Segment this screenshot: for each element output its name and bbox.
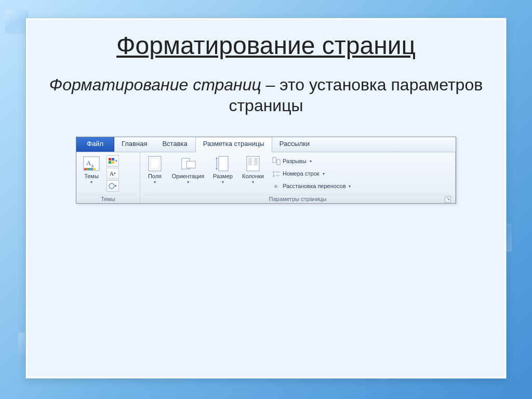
svg-rect-4 bbox=[87, 168, 90, 170]
line-numbers-label: Номера строк bbox=[283, 170, 320, 177]
dropdown-arrow-icon: ▾ bbox=[154, 180, 156, 184]
theme-colors-button[interactable]: ▾ bbox=[107, 155, 119, 167]
slide-background: Форматирование страниц Форматирование ст… bbox=[0, 0, 532, 399]
svg-rect-29 bbox=[273, 157, 276, 163]
ribbon-body: A a Темы ▾ bbox=[76, 152, 456, 203]
group-themes-label: Темы bbox=[79, 195, 137, 203]
size-icon bbox=[215, 155, 231, 172]
group-themes: A a Темы ▾ bbox=[76, 152, 140, 203]
orientation-button-label: Ориентация bbox=[172, 174, 204, 180]
hyphenation-button[interactable]: a- Расстановка переносов ▾ bbox=[270, 180, 353, 192]
breaks-label: Разрывы bbox=[283, 158, 307, 164]
themes-aux-buttons: ▾ A▾ ▾ bbox=[107, 154, 119, 192]
orientation-icon bbox=[180, 155, 196, 172]
hyphenation-icon: a- bbox=[272, 182, 281, 190]
svg-point-11 bbox=[109, 183, 114, 189]
ribbon-tabs: Файл Главная Вставка Разметка страницы Р… bbox=[76, 137, 456, 152]
svg-text:A: A bbox=[86, 159, 91, 167]
group-page-setup-label-text: Параметры страницы bbox=[269, 196, 327, 202]
size-button-label: Размер bbox=[213, 174, 233, 180]
svg-rect-7 bbox=[109, 158, 111, 161]
definition-term: Форматирование страниц bbox=[49, 75, 261, 94]
tab-mailings[interactable]: Рассылки bbox=[272, 137, 317, 152]
svg-rect-30 bbox=[277, 159, 280, 165]
svg-rect-16 bbox=[219, 156, 228, 171]
theme-effects-button[interactable]: ▾ bbox=[107, 180, 119, 192]
tab-home[interactable]: Главная bbox=[114, 137, 155, 152]
page-setup-small-commands: Разрывы ▾ 12 Номера строк ▾ bbox=[270, 154, 353, 192]
themes-button[interactable]: A a Темы ▾ bbox=[79, 154, 103, 184]
svg-rect-6 bbox=[93, 168, 96, 170]
dropdown-arrow-icon: ▾ bbox=[310, 159, 312, 164]
breaks-button[interactable]: Разрывы ▾ bbox=[270, 155, 353, 167]
slide-title: Форматирование страниц bbox=[43, 31, 489, 60]
svg-rect-15 bbox=[187, 161, 195, 168]
svg-rect-10 bbox=[112, 161, 114, 164]
columns-button[interactable]: Колонки ▾ bbox=[239, 154, 267, 184]
themes-button-label: Темы bbox=[84, 174, 99, 180]
svg-text:1: 1 bbox=[273, 170, 275, 174]
themes-icon: A a bbox=[83, 155, 100, 172]
group-page-setup-label: Параметры страницы ↘ bbox=[143, 195, 452, 203]
tab-insert[interactable]: Вставка bbox=[155, 137, 195, 152]
tab-file[interactable]: Файл bbox=[76, 137, 114, 152]
hyphenation-label: Расстановка переносов bbox=[283, 183, 345, 189]
columns-icon bbox=[245, 155, 261, 172]
slide-definition: Форматирование страниц – это установка п… bbox=[48, 74, 484, 116]
size-button[interactable]: Размер ▾ bbox=[210, 154, 236, 184]
svg-rect-5 bbox=[90, 168, 93, 170]
columns-button-label: Колонки bbox=[242, 174, 264, 180]
margins-icon bbox=[147, 155, 163, 172]
svg-rect-3 bbox=[84, 168, 87, 170]
breaks-icon bbox=[272, 157, 281, 165]
slide-frame: Форматирование страниц Форматирование ст… bbox=[26, 18, 506, 378]
definition-text: – это установка параметров страницы bbox=[229, 75, 483, 115]
tab-page-layout[interactable]: Разметка страницы bbox=[195, 137, 272, 152]
svg-rect-8 bbox=[112, 158, 114, 161]
svg-text:2: 2 bbox=[273, 174, 275, 177]
dropdown-arrow-icon: ▾ bbox=[323, 171, 325, 176]
margins-button[interactable]: Поля ▾ bbox=[143, 154, 166, 184]
theme-fonts-button[interactable]: A▾ bbox=[107, 168, 119, 179]
dropdown-arrow-icon: ▾ bbox=[90, 180, 92, 184]
margins-button-label: Поля bbox=[148, 174, 162, 180]
orientation-button[interactable]: Ориентация ▾ bbox=[169, 154, 207, 184]
line-numbers-icon: 12 bbox=[272, 169, 281, 178]
dialog-launcher-icon[interactable]: ↘ bbox=[445, 196, 451, 203]
line-numbers-button[interactable]: 12 Номера строк ▾ bbox=[270, 168, 353, 179]
svg-rect-9 bbox=[109, 161, 111, 164]
dropdown-arrow-icon: ▾ bbox=[252, 180, 254, 184]
group-page-setup: Поля ▾ Ориентация ▾ bbox=[140, 152, 456, 203]
dropdown-arrow-icon: ▾ bbox=[187, 180, 189, 184]
word-ribbon-screenshot: Файл Главная Вставка Разметка страницы Р… bbox=[76, 137, 456, 204]
dropdown-arrow-icon: ▾ bbox=[222, 180, 224, 184]
decoration-square bbox=[5, 10, 29, 34]
dropdown-arrow-icon: ▾ bbox=[349, 184, 351, 189]
